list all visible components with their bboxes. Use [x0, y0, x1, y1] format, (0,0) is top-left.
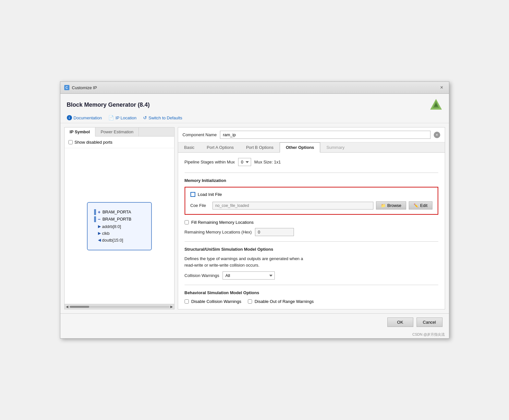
switch-to-defaults-link[interactable]: ↺ Switch to Defaults	[143, 115, 182, 120]
scrollbar-thumb	[70, 306, 89, 308]
clear-component-name-button[interactable]: ×	[434, 132, 440, 138]
show-disabled-checkbox[interactable]	[68, 140, 73, 144]
logo-icon	[430, 98, 442, 111]
porta-bar	[94, 209, 96, 215]
disable-out-of-range-row: Disable Out of Range Warnings	[248, 299, 314, 304]
tab-summary[interactable]: Summary	[320, 142, 351, 153]
scroll-left-icon[interactable]: ◀	[65, 305, 69, 308]
coe-file-row: Coe File 📁 Browse ✏️ Edit	[190, 201, 432, 210]
title-bar-text: Customize IP	[72, 85, 97, 90]
collision-select[interactable]: All WARNING_ONLY GENERATE_X_ONLY NONE	[223, 271, 275, 280]
main-content: IP Symbol Power Estimation Show disabled…	[60, 123, 449, 313]
app-icon: C	[64, 85, 69, 90]
title-bar: C Customize IP ×	[60, 82, 449, 94]
component-name-row: Component Name ×	[178, 127, 445, 142]
pipeline-select[interactable]: 0 1 2	[238, 158, 251, 166]
watermark: CSDN @岁月指尖流	[60, 331, 449, 338]
coe-file-input[interactable]	[212, 202, 373, 210]
file-icon: 📄	[108, 115, 114, 120]
fill-remaining-checkbox[interactable]	[185, 220, 189, 224]
clkb-row: ▶ clkb	[94, 231, 145, 236]
scrollbar-track	[69, 306, 170, 308]
memory-init-heading: Memory Initialization	[185, 178, 438, 183]
fill-remaining-row: Fill Remaining Memory Locations	[185, 220, 438, 225]
tab-basic[interactable]: Basic	[178, 142, 201, 153]
tab-port-b-options[interactable]: Port B Options	[240, 142, 280, 153]
arrow-right-clkb-icon: ▶	[98, 231, 101, 235]
porta-row: + BRAM_PORTA	[94, 209, 145, 215]
refresh-icon: ↺	[143, 115, 147, 120]
remaining-mem-row: Remaining Memory Locations (Hex)	[185, 228, 438, 236]
dialog-window: C Customize IP × Block Memory Generator …	[60, 81, 449, 339]
scroll-right-icon[interactable]: ▶	[170, 305, 174, 308]
bottom-bar: OK Cancel	[60, 313, 449, 331]
ip-location-link[interactable]: 📄 IP Location	[108, 115, 137, 120]
behavioral-row: Disable Collision Warnings Disable Out o…	[185, 299, 438, 304]
title-bar-left: C Customize IP	[64, 85, 97, 90]
divider-1	[185, 173, 438, 173]
doutb-row: ◀ doutb[15:0]	[94, 238, 145, 243]
portb-bar	[94, 216, 96, 222]
disable-collision-row: Disable Collision Warnings	[185, 299, 241, 304]
tab-content-other-options: Pipeline Stages within Mux 0 1 2 Mux Siz…	[178, 153, 445, 309]
addrb-row: ▶ addrb[8:0]	[94, 224, 145, 229]
edit-button[interactable]: ✏️ Edit	[409, 201, 432, 210]
left-panel: IP Symbol Power Estimation Show disabled…	[64, 127, 175, 309]
tab-ip-symbol[interactable]: IP Symbol	[65, 127, 96, 137]
browse-icon: 📁	[381, 203, 386, 208]
app-title: Block Memory Generator (8.4)	[67, 98, 442, 111]
arrow-left-icon: ◀	[98, 238, 101, 242]
memory-init-box: Load Init File Coe File 📁 Browse ✏️ Edit	[185, 187, 438, 215]
collision-row: Collision Warnings All WARNING_ONLY GENE…	[185, 271, 438, 280]
divider-2	[185, 241, 438, 242]
arrow-right-icon: ▶	[98, 224, 101, 229]
portb-row: − BRAM_PORTB	[94, 216, 145, 222]
info-icon: i	[67, 115, 72, 120]
bram-symbol: + BRAM_PORTA − BRAM_PORTB ▶ addrb[8:0] ▶	[87, 202, 152, 250]
pipeline-row: Pipeline Stages within Mux 0 1 2 Mux Siz…	[185, 158, 438, 166]
header: Block Memory Generator (8.4) i Documenta…	[60, 94, 449, 123]
tab-other-options[interactable]: Other Options	[280, 142, 320, 153]
load-init-checkbox[interactable]	[190, 192, 195, 197]
structural-desc-1: Defines the type of warnings and outputs…	[185, 256, 438, 268]
show-disabled-row: Show disabled ports	[65, 137, 174, 148]
close-button[interactable]: ×	[439, 84, 445, 91]
tabs-row: Basic Port A Options Port B Options Othe…	[178, 142, 445, 153]
left-scrollbar[interactable]: ◀ ▶	[65, 304, 174, 309]
ok-button[interactable]: OK	[387, 318, 413, 327]
tab-power-estimation[interactable]: Power Estimation	[95, 127, 139, 136]
structural-heading: Structural/UniSim Simulation Model Optio…	[185, 247, 438, 252]
disable-out-of-range-checkbox[interactable]	[248, 299, 252, 304]
behavioral-heading: Behavioral Simulation Model Options	[185, 290, 438, 295]
divider-3	[185, 285, 438, 285]
component-name-input[interactable]	[220, 131, 430, 139]
cancel-button[interactable]: Cancel	[417, 318, 442, 327]
left-tabs: IP Symbol Power Estimation	[65, 127, 174, 137]
documentation-link[interactable]: i Documentation	[67, 115, 102, 120]
browse-button[interactable]: 📁 Browse	[376, 201, 406, 210]
load-init-row: Load Init File	[190, 192, 432, 197]
symbol-area: + BRAM_PORTA − BRAM_PORTB ▶ addrb[8:0] ▶	[65, 148, 174, 304]
tab-port-a-options[interactable]: Port A Options	[200, 142, 240, 153]
toolbar: i Documentation 📄 IP Location ↺ Switch t…	[67, 115, 442, 120]
disable-collision-checkbox[interactable]	[185, 299, 189, 304]
right-panel: Component Name × Basic Port A Options Po…	[178, 127, 445, 309]
remaining-mem-input[interactable]	[255, 228, 294, 236]
edit-icon: ✏️	[414, 203, 418, 208]
